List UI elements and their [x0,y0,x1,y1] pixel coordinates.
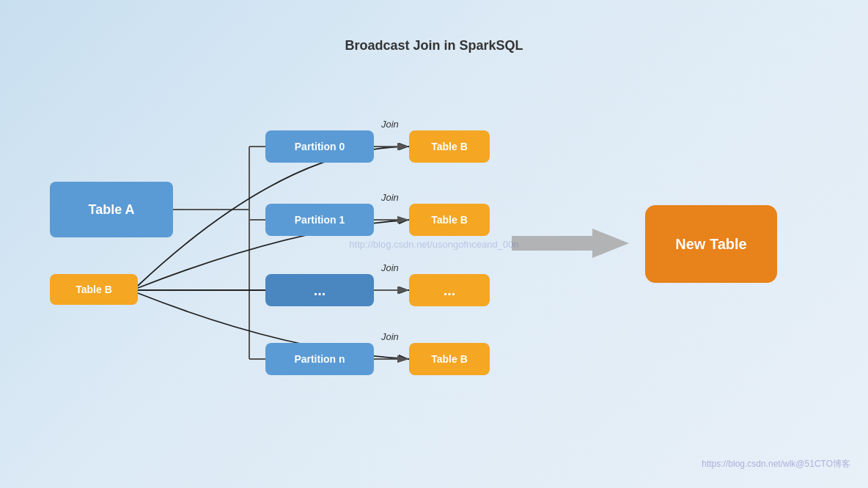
new-table-box: New Table [645,205,777,283]
partition-1-box: Partition 1 [265,204,374,236]
join-label-dots: Join [381,262,399,273]
tableb-1-box: Table B [409,204,490,236]
svg-marker-12 [512,229,629,258]
partition-n-box: Partition n [265,343,374,375]
table-b-source-box: Table B [50,274,138,305]
watermark-bottom: https://blog.csdn.net/wlk@51CTO博客 [702,458,850,470]
partition-0-box: Partition 0 [265,130,374,163]
watermark-center: http://blog.csdn.net/usongofnceand_00n [349,239,518,250]
tableb-0-box: Table B [409,130,490,163]
diagram-container: Broadcast Join in SparkSQL [0,0,868,488]
result-arrow [512,227,629,259]
join-label-1: Join [381,192,399,203]
table-a-box: Table A [50,182,173,237]
diagram-title: Broadcast Join in SparkSQL [345,38,523,53]
partition-dots-box: ... [265,274,374,306]
tableb-n-box: Table B [409,343,490,375]
tableb-dots-box: ... [409,274,490,306]
join-label-n: Join [381,331,399,342]
join-label-0: Join [381,119,399,130]
